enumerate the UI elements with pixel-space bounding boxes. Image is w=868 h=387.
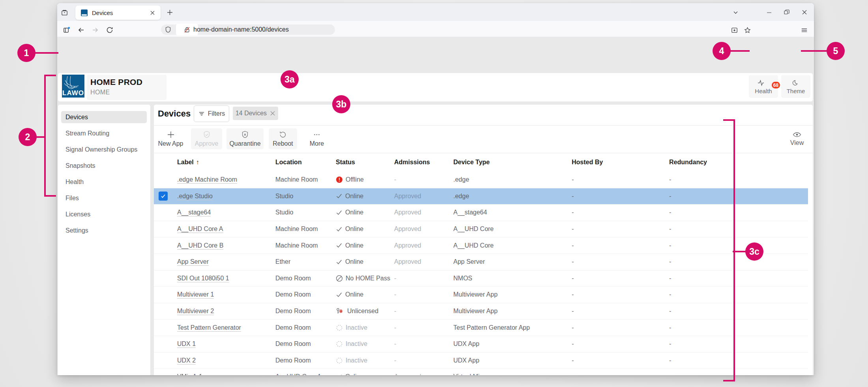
cell-device-type: Virtual Mixer [453,373,572,375]
cell-admissions: Approved [394,225,453,233]
table-row[interactable]: SDI Out 1080i50 1Demo RoomNo HOME Pass-N… [154,271,808,287]
toolbar-button-label: Approve [195,140,219,147]
sidebar-item-health[interactable]: Health [61,176,147,188]
column-header-status[interactable]: Status [336,159,394,166]
cell-label: A__UHD Core B [177,242,275,249]
tab-favicon [81,9,88,16]
table-row[interactable]: Multiviewer 1Demo RoomOnline-Multiviewer… [154,287,808,303]
cell-admissions: - [394,291,453,298]
sidebar-item-settings[interactable]: Settings [61,224,147,237]
star-icon[interactable] [743,26,752,34]
sidebar-item-snapshots[interactable]: Snapshots [61,160,147,172]
cell-redundancy: - [669,176,808,183]
table-row[interactable]: .edge Machine RoomMachine RoomOffline-.e… [154,172,808,188]
theme-button[interactable]: Theme [781,75,810,98]
device-link[interactable]: UDX 1 [177,340,196,348]
cell-admissions: - [394,357,453,364]
row-checkbox[interactable] [159,192,168,201]
quarantine-button[interactable]: Quarantine [226,128,264,149]
close-icon[interactable] [149,9,156,16]
device-link[interactable]: .edge Machine Room [177,176,237,184]
device-link[interactable]: Test Pattern Generator [177,324,241,332]
device-link[interactable]: Multiviewer 1 [177,291,214,299]
column-header-redundancy[interactable]: Redundancy [669,159,813,166]
plus-icon[interactable] [166,8,174,16]
close-icon[interactable] [270,111,275,116]
restore-icon[interactable] [783,9,790,16]
cell-admissions: - [394,308,453,315]
sidebar-item-label: Files [61,195,79,202]
column-header-label: Device Type [453,159,490,165]
column-header-device-type[interactable]: Device Type [453,159,572,166]
table-row[interactable]: Multiviewer 2Demo RoomUnlicensed-Multivi… [154,303,808,320]
table-row[interactable]: UDX 1Demo RoomInactive-UDX App-- [154,336,808,353]
column-header-label: Location [275,159,302,165]
cell-location: Demo Room [275,324,336,331]
device-link[interactable]: A__UHD Core B [177,242,223,250]
cell-location: Demo Room [275,275,336,282]
column-header-hosted-by[interactable]: Hosted By [572,159,669,166]
cell-admissions: - [394,275,453,282]
sidebar-item-licenses[interactable]: Licenses [61,208,147,220]
device-link[interactable]: SDI Out 1080i50 1 [177,275,229,282]
save-icon[interactable] [730,26,739,34]
chevron-down-icon[interactable] [732,9,739,16]
table-row[interactable]: App ServerEtherOnlineApprovedApp Server-… [154,254,808,271]
device-link[interactable]: .edge Studio [177,193,213,200]
chip-label: 14 Devices [236,110,267,117]
sidebar-item-stream-routing[interactable]: Stream Routing [61,127,147,139]
cell-label: Multiviewer 2 [177,308,275,315]
cell-device-type: UDX App [453,340,572,348]
annotation-marker-1: 1 [17,44,36,62]
sidebar-item-devices[interactable]: Devices [61,111,147,123]
cell-redundancy: - [669,209,808,216]
device-count-chip[interactable]: 14 Devices [233,107,278,120]
close-icon[interactable] [801,9,808,16]
table-row[interactable]: .edge StudioStudioOnlineApproved.edge-- [154,188,808,205]
minimize-icon[interactable] [765,9,773,16]
new-app-button[interactable]: New App [155,128,186,149]
column-header-admissions[interactable]: Admissions [394,159,453,166]
device-link[interactable]: A__UHD Core A [177,225,223,233]
column-header-location[interactable]: Location [275,159,336,166]
reboot-button[interactable]: Reboot [269,128,297,149]
table-row[interactable]: A__UHD Core BMachine RoomOnlineApprovedA… [154,237,808,254]
browser-tab[interactable]: Devices [75,6,161,20]
health-button[interactable]: 68 Health [749,75,778,98]
filters-button[interactable]: Filters [194,105,229,122]
table-row[interactable]: A__UHD Core AMachine RoomOnlineApprovedA… [154,221,808,238]
arrow-left-icon[interactable] [77,26,86,34]
cell-redundancy: - [669,225,808,233]
shield-icon[interactable] [164,26,172,34]
annotation-bracket-table [723,119,735,381]
brand-subtitle: HOME [90,89,110,96]
panel-title-row: Devices Filters 14 Devices [154,105,813,126]
table-row[interactable]: UDX 2Demo RoomInactive-UDX App-- [154,353,808,369]
table-row[interactable]: Test Pattern GeneratorDemo RoomInactive-… [154,319,808,336]
cell-device-type: .edge [453,176,572,183]
table-row[interactable]: A__stage64StudioOnlineApprovedA__stage64… [154,205,808,221]
view-button[interactable]: View [785,128,809,149]
table-row[interactable]: VMix A-1A__UHD Core AOnlineApprovedVirtu… [154,369,808,375]
device-link[interactable]: Multiviewer 2 [177,308,214,315]
arrow-right-icon[interactable] [91,26,99,34]
more-button[interactable]: More [306,128,328,149]
sidebar-item-signal-ownership-groups[interactable]: Signal Ownership Groups [61,143,147,156]
device-link[interactable]: UDX 2 [177,357,196,364]
hamburger-icon[interactable] [800,26,808,34]
svg-text:LAWO: LAWO [62,89,84,97]
annotation-marker-3b: 3b [332,95,350,113]
cell-label: SDI Out 1080i50 1 [177,275,275,282]
reload-icon[interactable] [105,26,114,34]
cell-label: A__UHD Core A [177,225,275,233]
archive-box-icon[interactable] [60,8,68,16]
sidebar-item-files[interactable]: Files [61,192,147,204]
column-header-label[interactable]: Label↑ [177,159,275,166]
device-link[interactable]: A__stage64 [177,209,211,216]
cell-label: App Server [177,258,275,265]
cell-hosted-by: - [572,242,669,249]
dotted-circle-icon [336,340,343,348]
sidebar-icon[interactable] [62,26,71,34]
device-link[interactable]: VMix A-1 [177,373,202,375]
device-link[interactable]: App Server [177,258,209,266]
